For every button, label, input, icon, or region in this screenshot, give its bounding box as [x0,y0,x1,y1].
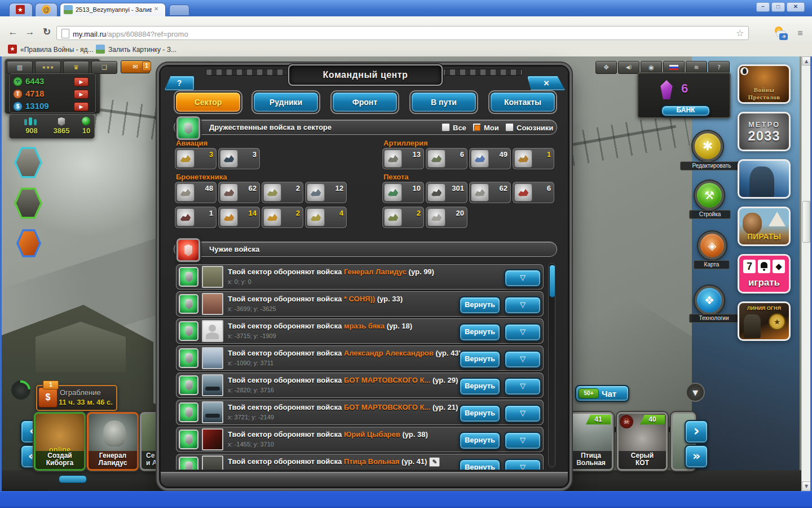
player-name[interactable]: Юрий Цыбарев [344,430,400,439]
modal-close-button[interactable]: ✕ [527,76,566,91]
browser-tab-2[interactable]: @ [35,3,58,16]
row-expand-button[interactable]: ▽ [504,432,541,450]
row-expand-button[interactable]: ▽ [504,378,541,396]
row-expand-button[interactable]: ▽ [504,405,541,423]
avatar[interactable] [202,428,223,450]
avatar[interactable] [202,293,223,315]
unit-cell-armor-7[interactable]: 2 [262,207,303,228]
player-name[interactable]: Генерал Лапидус [344,268,407,276]
tab-v-puti[interactable]: В пути [411,91,477,113]
filter-mine-checkbox[interactable] [473,123,481,132]
unit-cell-infantry-2[interactable]: 301 [426,182,467,203]
weather-extension-icon[interactable]: -9 [774,26,788,41]
row-expand-button[interactable]: ▽ [504,351,541,369]
unit-cell-aviation-2[interactable]: 3 [218,148,260,169]
browser-menu-button[interactable]: ≡ [794,28,806,38]
tech-button[interactable]: ❖ [695,286,724,315]
bank-button[interactable]: БАНК [661,105,710,117]
browser-tab-active[interactable]: 2513_Bezymyannyi - Заливк ✕ [60,3,166,16]
browser-tab-1[interactable]: ★ [9,3,33,16]
tab-rudniki[interactable]: Рудники [253,91,319,113]
row-expand-button[interactable]: ▽ [504,296,541,314]
unit-cell-armor-5[interactable]: 1 [175,207,217,228]
unit-cell-armor-1[interactable]: 48 [175,182,217,203]
credits-more-button[interactable]: ▶ [74,102,89,111]
unit-cell-infantry-4[interactable]: 6 [513,182,554,203]
card-seryy-kot[interactable]: 40 ☠ СерыйКОТ [617,412,668,471]
unit-cell-artillery-1[interactable]: 13 [382,148,424,169]
titanium-more-button[interactable]: ▶ [74,90,89,99]
build-button[interactable]: ⚒ [695,181,724,210]
hud-collapse-button[interactable]: ▼ [686,383,705,402]
unit-cell-armor-2[interactable]: 62 [218,182,260,203]
scroll-up-arrow[interactable]: ▲ [802,56,811,65]
ad-voyny-prestolov[interactable]: Войны Престолов [738,64,791,104]
player-name[interactable]: БОТ МАРТОВСКОГО К... [344,376,430,384]
tournament-button[interactable]: ♛ [63,61,89,74]
back-button[interactable]: ← [6,25,20,40]
list-scrollbar-track[interactable] [548,263,555,467]
fullscreen-button[interactable]: ✥ [595,61,617,74]
return-troops-button[interactable]: Вернуть [459,351,501,369]
player-name[interactable]: мразь бяка [344,322,385,330]
forward-button[interactable]: → [23,25,37,40]
unit-cell-infantry-1[interactable]: 10 [382,182,424,203]
card-general-lapidus[interactable]: ГенералЛапидус [87,412,139,471]
ratings-button[interactable]: ★★★ [35,61,61,74]
avatar-submarine[interactable] [202,374,223,396]
new-tab-button[interactable] [169,5,189,16]
tab-sektor[interactable]: Сектор [175,91,241,113]
return-troops-button[interactable]: Вернуть [459,405,501,423]
avatar-submarine[interactable] [202,401,223,423]
avatar[interactable] [202,347,223,369]
avatar[interactable] [202,266,223,288]
row-expand-button[interactable]: ▽ [504,269,541,287]
window-maximize-button[interactable]: □ [771,2,785,12]
unit-cell-armor-3[interactable]: 2 [262,182,303,203]
unit-cell-infantry-5[interactable]: 2 [382,207,424,228]
avatar[interactable] [202,456,223,470]
unit-cell-aviation-1[interactable]: 3 [175,148,217,169]
window-minimize-button[interactable]: – [756,2,770,12]
ad-metro-2033[interactable]: МЕТРО 2033 [738,112,791,151]
map-button[interactable]: ◈ [698,231,726,260]
ad-slots-igrat[interactable]: 7 ◆ играть [738,254,791,294]
unit-cell-armor-8[interactable]: 4 [305,207,347,228]
uranium-more-button[interactable]: ▶ [74,77,89,86]
unit-cell-artillery-3[interactable]: 49 [469,148,511,169]
quests-button[interactable]: ❏ [91,61,117,74]
return-troops-button[interactable]: Вернуть [459,378,501,396]
return-troops-button[interactable]: Вернуть [459,323,501,341]
carousel-last-button[interactable]: » [685,445,708,468]
return-troops-button[interactable]: Вернуть [459,459,501,470]
card-sozday-kiborga[interactable]: online СоздайКиборга [34,412,86,471]
tab-front[interactable]: Фронт [332,91,398,113]
reload-button[interactable]: ↻ [39,25,54,40]
avatar-placeholder[interactable] [202,320,223,342]
card-ptitsa-volnaya[interactable]: 41 ПтицаВольная [568,412,614,471]
address-bar[interactable]: my.mail.ru/apps/608884?ref=promo ☆ [56,26,749,40]
return-troops-button[interactable]: Вернуть [459,432,501,450]
modal-help-button[interactable]: ? [164,76,195,91]
unit-cell-infantry-3[interactable]: 62 [469,182,511,203]
filter-allies-checkbox[interactable] [505,123,514,132]
filter-all-checkbox[interactable] [442,123,450,132]
page-scrollbar[interactable]: ▲ ▼ [801,56,811,491]
bookmark-item-zalit-kartinku[interactable]: Залить Картинку - З... [108,46,176,54]
player-name[interactable]: Александр Александров [344,349,434,357]
unit-cell-artillery-2[interactable]: 6 [426,148,467,169]
return-troops-button[interactable]: Вернуть [459,296,501,314]
bookmark-item-pravila-voyny[interactable]: «Правила Войны - яд... [20,46,94,54]
bookmark-star-icon[interactable]: ☆ [736,28,744,38]
video-button[interactable]: ▥ [7,61,33,74]
tab3-close-icon[interactable]: ✕ [154,6,158,12]
scroll-down-arrow[interactable]: ▼ [802,481,811,491]
window-close-button[interactable]: ✕ [787,2,805,12]
scroll-thumb[interactable] [802,201,810,243]
unit-cell-artillery-4[interactable]: 1 [513,148,554,169]
player-name[interactable]: * СОНЯ)) [344,295,375,303]
ad-armor-game[interactable] [738,159,791,199]
row-expand-button[interactable]: ▽ [504,323,541,341]
tab-kontakty[interactable]: Контакты [489,91,556,113]
sound-button[interactable]: ◀) [618,61,639,74]
